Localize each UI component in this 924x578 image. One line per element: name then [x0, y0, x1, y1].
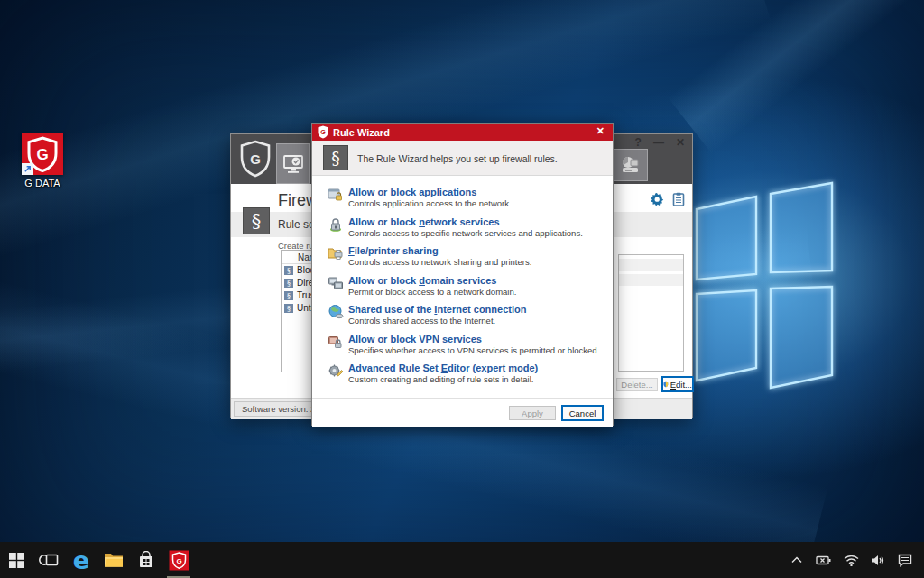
editor-gear-icon: [328, 362, 344, 379]
store-icon: [137, 551, 155, 569]
settings-gear-icon[interactable]: [650, 192, 664, 206]
task-view-icon: [39, 552, 59, 568]
file-explorer-button[interactable]: [97, 542, 130, 578]
wizard-item-title: Allow or block VPN services: [348, 334, 599, 345]
tab-backup[interactable]: [614, 149, 648, 181]
svg-text:G: G: [36, 146, 48, 163]
rule-set-icon: §: [284, 279, 293, 288]
wizard-item-network-services[interactable]: Allow or block network services Controls…: [328, 216, 604, 240]
light-beam: [668, 0, 924, 154]
action-center-button[interactable]: [893, 542, 917, 578]
task-view-button[interactable]: [32, 542, 65, 578]
detail-row: [619, 259, 683, 271]
gdata-shield-icon: G: [22, 133, 63, 175]
close-button[interactable]: ✕: [674, 136, 687, 149]
wizard-item-desc: Custom creating and editing of rule sets…: [348, 374, 538, 385]
rule-set-icon: §: [284, 291, 293, 300]
gdata-taskbar-button[interactable]: G: [162, 542, 195, 578]
file-printer-icon: [328, 245, 344, 261]
store-button[interactable]: [130, 542, 162, 578]
rule-set-detail-panel: [618, 254, 684, 372]
dialog-title: Rule Wizard: [333, 127, 390, 138]
svg-text:G: G: [250, 151, 261, 167]
cancel-button[interactable]: Cancel: [561, 405, 604, 421]
tray-network-button[interactable]: [839, 542, 863, 578]
wizard-item-applications[interactable]: Allow or block applications Controls app…: [328, 187, 604, 210]
chevron-up-icon: [791, 556, 802, 564]
edge-button[interactable]: e: [65, 542, 97, 578]
wizard-item-desc: Controls access to specific network serv…: [348, 228, 583, 239]
dialog-footer: Apply Cancel: [312, 398, 613, 427]
wizard-item-title: Allow or block applications: [348, 187, 512, 198]
dialog-close-button[interactable]: ✕: [595, 125, 606, 137]
wizard-item-advanced-editor[interactable]: Advanced Rule Set Editor (expert mode) C…: [328, 362, 604, 386]
wizard-item-desc: Specifies whether access to VPN services…: [348, 345, 599, 356]
svg-text:G: G: [320, 128, 326, 136]
vpn-lock-icon: [328, 334, 344, 350]
taskbar: e G: [0, 542, 924, 578]
volume-icon: [871, 555, 885, 566]
action-center-icon: [898, 554, 912, 567]
windows-start-icon: [9, 553, 24, 568]
delete-button[interactable]: Delete...: [616, 378, 658, 391]
desktop-icon-label: G DATA: [13, 178, 72, 188]
rule-sets-icon: §: [243, 207, 270, 234]
svg-text:G: G: [176, 556, 181, 564]
apply-button[interactable]: Apply: [509, 406, 556, 420]
gdata-shield-icon: G: [317, 125, 329, 139]
system-tray: [785, 542, 917, 578]
tray-chevron-button[interactable]: [785, 542, 808, 578]
applications-icon: [328, 187, 344, 203]
domain-services-icon: [328, 275, 344, 291]
wizard-icon: §: [323, 145, 348, 170]
windows-logo: [684, 173, 846, 403]
dialog-header: § The Rule Wizard helps you set up firew…: [312, 141, 613, 176]
dialog-titlebar[interactable]: G Rule Wizard ✕: [312, 124, 613, 141]
wizard-item-title: Allow or block domain services: [348, 275, 516, 287]
wizard-item-desc: Controls shared access to the Internet.: [348, 316, 526, 326]
backup-icon: [619, 154, 642, 176]
wifi-icon: [844, 555, 859, 566]
edge-icon: e: [73, 548, 89, 573]
wizard-item-vpn-services[interactable]: Allow or block VPN services Specifies wh…: [328, 334, 604, 357]
tray-battery-button[interactable]: [812, 542, 836, 578]
wizard-item-domain-services[interactable]: Allow or block domain services Permit or…: [328, 275, 604, 298]
desktop-icon-gdata[interactable]: G G DATA: [13, 133, 72, 188]
tray-volume-button[interactable]: [866, 542, 890, 578]
dialog-header-text: The Rule Wizard helps you set up firewal…: [357, 153, 558, 164]
tab-security-center[interactable]: [276, 143, 310, 184]
network-services-icon: [328, 216, 344, 233]
minimize-button[interactable]: —: [651, 136, 666, 149]
wizard-item-shared-internet[interactable]: Shared use of the Internet connection Co…: [328, 304, 604, 327]
dialog-body: Allow or block applications Controls app…: [312, 176, 613, 392]
detail-row: [619, 274, 683, 286]
window-controls: ? — ✕: [633, 136, 687, 149]
uac-shield-icon: [663, 380, 669, 390]
edit-button[interactable]: Edit...: [661, 376, 694, 392]
security-center-icon: [282, 152, 305, 176]
start-button[interactable]: [0, 542, 32, 578]
wizard-item-file-printer-sharing[interactable]: File/printer sharing Controls access to …: [328, 245, 604, 269]
wizard-item-title: Shared use of the Internet connection: [348, 304, 526, 316]
gdata-logo-icon: G: [238, 140, 273, 179]
shortcut-arrow-icon: [22, 163, 33, 175]
file-explorer-icon: [104, 552, 124, 568]
wizard-item-desc: Controls application access to the netwo…: [348, 198, 512, 209]
gdata-shield-icon: G: [169, 550, 189, 571]
wizard-item-title: Advanced Rule Set Editor (expert mode): [348, 362, 538, 374]
internet-share-icon: [328, 304, 344, 320]
edit-label: dit...: [676, 380, 692, 390]
rule-set-icon: §: [284, 266, 293, 275]
help-button[interactable]: ?: [633, 136, 643, 149]
wizard-item-desc: Permit or block access to a network doma…: [348, 287, 516, 298]
rule-wizard-dialog: G Rule Wizard ✕ § The Rule Wizard helps …: [311, 123, 614, 426]
log-clipboard-icon[interactable]: [672, 192, 685, 206]
rule-set-icon: §: [284, 304, 293, 313]
wizard-item-title: Allow or block network services: [348, 216, 583, 228]
wizard-item-title: File/printer sharing: [348, 245, 531, 257]
wizard-item-desc: Controls access to network sharing and p…: [348, 257, 531, 268]
battery-x-icon: [816, 555, 832, 565]
